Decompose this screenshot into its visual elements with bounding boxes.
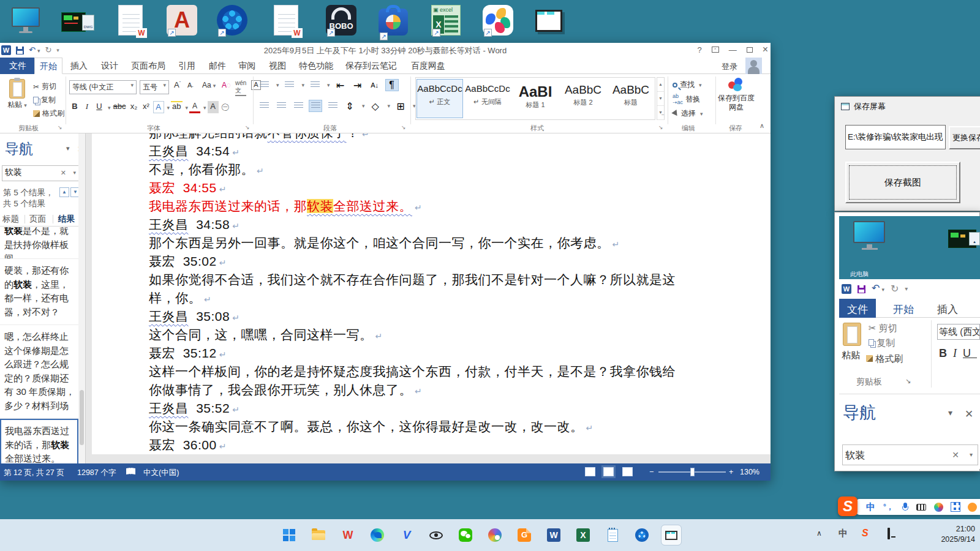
tab-review[interactable]: 审阅 [233,58,261,74]
taskbar-wechat[interactable] [456,525,475,545]
desktop-icon-capture-tool[interactable] [534,5,570,45]
desktop-icon-this-pc[interactable] [8,5,43,45]
search-result-item[interactable]: 软装是不是，就是扶持你做样板间。 [0,227,78,259]
document-page[interactable]: 那你理解完结的话就不管你质保了？↵ 王炎昌 34:54↵ 不是，你看你那。↵ 聂… [92,133,771,454]
align-center-icon[interactable] [274,100,288,112]
text-effects-icon[interactable]: A [153,101,164,113]
subscript-button[interactable]: x₂ [129,101,140,113]
taskbar-capture-tool[interactable] [662,525,681,545]
desktop-icon-excel-template[interactable]: ▣ excel X ↗ [430,5,466,45]
read-mode-icon[interactable] [585,467,595,476]
zoom-slider[interactable] [658,471,726,473]
taskbar-privacy-viewer[interactable] [426,525,446,545]
taskbar-edge[interactable] [368,525,387,545]
shading-icon[interactable]: ◇ [369,100,382,112]
multilevel-list-icon[interactable] [308,79,322,91]
sign-in-link[interactable]: 登录 [722,61,737,72]
highlight-color-icon[interactable]: ab [171,101,182,113]
format-painter-button[interactable]: 格式刷 [33,108,64,119]
tab-baidu-pan[interactable]: 百度网盘 [405,58,451,74]
distribute-icon[interactable] [326,100,339,112]
collapse-ribbon-icon[interactable]: ∧ [760,122,764,130]
taskbar-word[interactable]: W [544,525,564,545]
nav-options-icon[interactable]: ▾ [66,144,70,152]
taskbar-video-player[interactable] [632,525,652,545]
tab-references[interactable]: 引用 [173,58,201,74]
input-mode-chinese[interactable]: 中 [866,499,875,515]
font-color-icon[interactable]: A [189,101,200,113]
char-shading-icon[interactable]: A [208,101,219,113]
tab-special-features[interactable]: 特色功能 [294,58,338,74]
zoom-level[interactable]: 130% [740,468,760,476]
help-icon[interactable]: ? [697,45,701,54]
desktop-icon-colorful-app[interactable]: ↗ [481,5,517,45]
toolbox-icon[interactable] [951,503,960,511]
taskbar-paint[interactable] [485,525,505,545]
select-button[interactable]: 选择▾ [673,108,703,119]
tab-design[interactable]: 设计 [96,58,124,74]
skin-center-icon[interactable] [934,503,943,512]
nav-scrollbar[interactable] [78,133,85,463]
styles-more[interactable]: ▼̲ [657,106,664,120]
network-icon[interactable] [888,529,890,538]
style-no-spacing[interactable]: AaBbCcDc ↵ 无间隔 [464,79,511,118]
desktop-icon-wps-document-2[interactable]: W [268,5,304,45]
style-title[interactable]: AaBbC 标题 [608,79,654,118]
change-case-icon[interactable]: Aa▾ [202,81,216,89]
soft-keyboard-icon[interactable] [916,504,926,511]
change-path-button[interactable]: 更换保存路径 [949,126,980,149]
zoom-out-icon[interactable]: − [649,468,654,476]
align-left-icon[interactable] [257,100,271,112]
nav-search-input[interactable] [5,168,58,178]
ribbon-display-icon[interactable]: ⌃ [712,47,719,53]
nav-tab-headings[interactable]: 标题 [2,214,19,225]
hidden-icons-chevron[interactable]: ∧ [816,529,822,538]
desktop-icon-cad-drawing[interactable]: DWG [60,5,96,45]
font-size-combo[interactable]: 五号▾ [140,80,169,94]
desktop-icon-autocad[interactable]: A ↗ [165,5,201,45]
tab-layout[interactable]: 页面布局 [126,58,170,74]
font-dialog-launcher[interactable]: ↘ [245,124,250,130]
ime-mode-icon[interactable]: 中 [839,528,848,539]
clear-search-icon[interactable]: ✕ [61,169,66,177]
grow-font-icon[interactable]: Aˆ [174,80,181,89]
desktop-icon-bobo[interactable]: BOBO ↗ [325,5,360,45]
replace-button[interactable]: ab⇢ac 替换 [673,93,700,105]
nav-tab-pages[interactable]: 页面 [29,214,46,225]
italic-button[interactable]: I [81,101,92,113]
bold-button[interactable]: B [69,101,80,113]
sogou-tray-icon[interactable]: S [862,528,869,539]
voice-input-icon[interactable] [902,503,908,512]
desktop-icon-video-player[interactable]: ↗ [216,5,251,45]
desktop-icon-seewo[interactable]: ↗ [377,5,413,45]
taskbar-excel[interactable]: X [573,525,593,545]
underline-button[interactable]: U [94,101,105,113]
clear-format-icon[interactable]: A◌ [222,81,231,89]
clock[interactable]: 21:00 2025/9/14 [941,524,975,545]
styles-dialog-launcher[interactable]: ↘ [658,124,663,130]
style-heading2[interactable]: AaBbC 标题 2 [560,79,606,118]
close-icon[interactable]: × [763,44,768,55]
styles-scroll-down[interactable]: ▼ [657,92,664,106]
paragraph-dialog-launcher[interactable]: ↘ [401,124,406,130]
line-spacing-icon[interactable]: ⇕ [343,100,356,112]
word-count[interactable]: 12987 个字 [77,468,116,478]
sort-icon[interactable]: A↓ [368,79,382,91]
zoom-in-icon[interactable]: + [729,468,733,476]
taskbar-notepad[interactable] [603,525,622,545]
style-normal[interactable]: AaBbCcDc ↵ 正文 [417,79,463,118]
tab-cloud-notes[interactable]: 保存到云笔记 [341,58,402,74]
web-layout-icon[interactable] [622,467,633,476]
taskbar-wps[interactable]: W [338,525,358,545]
tab-view[interactable]: 视图 [263,58,292,74]
decrease-indent-icon[interactable]: ⇤ [334,79,347,91]
style-heading1[interactable]: AaBI 标题 1 [512,79,559,118]
borders-icon[interactable]: ⊞ [394,100,407,112]
tab-insert[interactable]: 插入 [65,58,93,74]
search-result-item[interactable]: 嗯，怎么样终止这个保修期是怎么跟进？怎么规定的？质保期还有 30 年质保期，多少… [0,325,78,419]
language-indicator[interactable]: 中文(中国) [143,468,179,478]
styles-scroll-up[interactable]: ▲ [657,78,664,92]
superscript-button[interactable]: x² [141,101,152,113]
sogou-logo-icon[interactable]: S [838,497,858,516]
phonetic-guide-icon[interactable]: wén文 [235,80,246,96]
